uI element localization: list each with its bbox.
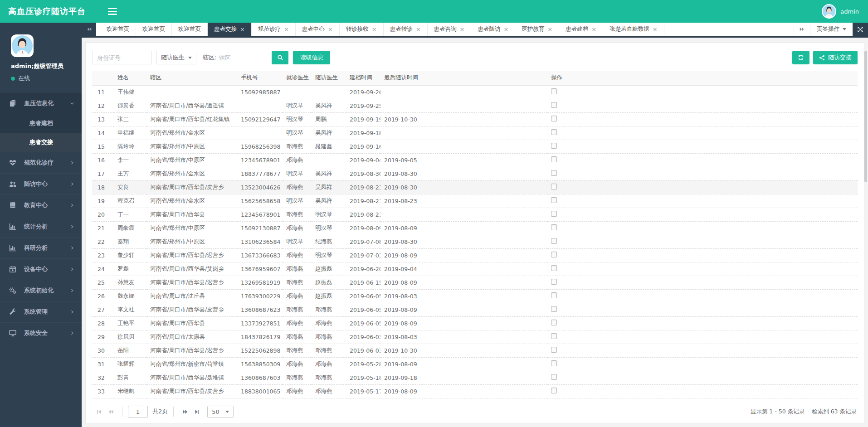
sidebar-item-随访中心[interactable]: 随访中心 (0, 174, 82, 194)
next-page-button[interactable] (179, 406, 191, 417)
row-checkbox[interactable] (551, 360, 557, 366)
cell-phone: 17639300229 (237, 289, 283, 303)
tabs-scroll-right-button[interactable] (794, 23, 810, 36)
cell-follow_doctor: 明汉琴 (312, 248, 346, 262)
cell-created: 2019-08-21 (346, 208, 380, 221)
refresh-button[interactable] (792, 51, 809, 64)
tab-患者交接-3[interactable]: 患者交接× (208, 23, 252, 36)
sidebar-subitem-患者建档[interactable]: 患者建档 (0, 114, 82, 133)
row-checkbox[interactable] (551, 252, 557, 257)
sidebar-item-科研分析[interactable]: 科研分析 (0, 238, 82, 258)
cell-last_visit: 2019-10-30 (380, 344, 547, 357)
tab-label: 欢迎首页 (178, 25, 201, 33)
tab-close-icon[interactable]: × (284, 26, 289, 32)
tab-close-icon[interactable]: × (653, 26, 658, 32)
tab-close-icon[interactable]: × (591, 26, 596, 32)
row-checkbox[interactable] (551, 347, 557, 353)
last-page-button[interactable] (191, 406, 203, 417)
tab-规范诊疗-4[interactable]: 规范诊疗× (252, 23, 296, 36)
tab-close-icon[interactable]: × (240, 26, 245, 32)
cell-operation (547, 126, 858, 140)
row-checkbox[interactable] (551, 279, 557, 285)
tab-欢迎首页-0[interactable]: 欢迎首页 (100, 23, 136, 36)
first-page-button[interactable] (93, 406, 105, 417)
follow-doctor-select[interactable]: 随访医生 (156, 51, 196, 64)
row-checkbox[interactable] (551, 197, 557, 203)
row-checkbox[interactable] (551, 238, 557, 244)
sidebar-user-block: admin;超级管理员 在线 (0, 23, 82, 87)
row-checkbox[interactable] (551, 102, 557, 108)
page-size-select[interactable]: 50 (207, 406, 234, 418)
row-checkbox[interactable] (551, 306, 557, 312)
row-checkbox[interactable] (551, 320, 557, 325)
tabs-scroll-left-button[interactable] (82, 23, 96, 36)
sidebar-item-系统安全[interactable]: 系统安全 (0, 323, 82, 344)
tab-close-icon[interactable]: × (416, 26, 421, 32)
tab-close-icon[interactable]: × (328, 26, 333, 32)
sidebar-toggle-icon[interactable] (108, 8, 117, 15)
cell-created: 2019-06-05 (346, 316, 380, 330)
search-button[interactable] (272, 51, 288, 64)
row-checkbox[interactable] (551, 129, 557, 135)
row-checkbox[interactable] (551, 374, 557, 380)
row-checkbox[interactable] (551, 333, 557, 339)
tab-患者转诊-7[interactable]: 患者转诊× (384, 23, 428, 36)
sidebar-item-label: 科研分析 (24, 244, 48, 252)
tab-close-icon[interactable]: × (460, 26, 465, 32)
page-size-value: 50 (212, 408, 219, 415)
row-checkbox[interactable] (551, 156, 557, 162)
cell-created: 2019-08-21 (346, 194, 380, 208)
row-checkbox[interactable] (551, 211, 557, 217)
region-input[interactable] (216, 51, 271, 64)
tab-张楚若血糖数据-12[interactable]: 张楚若血糖数据× (603, 23, 664, 36)
scrollbar-thumb[interactable] (864, 51, 867, 182)
tab-close-icon[interactable]: × (372, 26, 377, 32)
row-checkbox[interactable] (551, 116, 557, 121)
sidebar-subitem-患者交接[interactable]: 患者交接 (0, 133, 82, 152)
row-checkbox[interactable] (551, 184, 557, 189)
sidebar-item-血压信息化[interactable]: 血压信息化 (0, 93, 82, 114)
cell-name: 董少轩 (114, 248, 146, 262)
cell-num: 14 (92, 126, 114, 140)
topbar-user-menu[interactable]: admin (822, 4, 868, 19)
tab-患者随访-9[interactable]: 患者随访× (471, 23, 515, 36)
row-checkbox[interactable] (551, 265, 557, 271)
sidebar-item-系统初始化[interactable]: 系统初始化 (0, 280, 82, 301)
cell-num: 28 (92, 316, 114, 330)
sidebar-avatar[interactable] (11, 34, 34, 57)
column-header-最后随访时间: 最后随访时间 (380, 71, 547, 85)
sidebar-item-系统管理[interactable]: 系统管理 (0, 301, 82, 322)
tab-operations-dropdown[interactable]: 页签操作 (810, 23, 853, 36)
tab-close-icon[interactable]: × (547, 26, 552, 32)
sidebar-item-规范化诊疗[interactable]: 规范化诊疗 (0, 152, 82, 173)
row-checkbox[interactable] (551, 224, 557, 230)
tab-欢迎首页-2[interactable]: 欢迎首页 (172, 23, 208, 36)
id-card-input[interactable] (92, 51, 152, 64)
tab-欢迎首页-1[interactable]: 欢迎首页 (136, 23, 172, 36)
cell-region: 河南省/周口市/西华县/聂堆镇 (146, 371, 237, 384)
caret-down-icon (188, 57, 192, 59)
tab-患者建档-11[interactable]: 患者建档× (559, 23, 603, 36)
sidebar-item-设备中心[interactable]: 设备中心 (0, 259, 82, 280)
cell-region: 河南省/郑州市/新密市/苟堂镇 (146, 357, 237, 371)
fullscreen-button[interactable] (853, 23, 868, 36)
tab-医护教育-10[interactable]: 医护教育× (515, 23, 559, 36)
pagination-bar: 共2页 50 显示第 1 - 50 条记录 检索到 63 条记录 (86, 400, 864, 423)
sidebar-item-统计分析[interactable]: 统计分析 (0, 216, 82, 237)
table-row: 26魏永娜河南省/周口市/沈丘县17639300229邓海燕赵振磊2019-06… (92, 289, 858, 303)
tab-患者咨询-8[interactable]: 患者咨询× (428, 23, 472, 36)
sidebar-item-教育中心[interactable]: 教育中心 (0, 195, 82, 216)
follow-handover-button[interactable]: 随访交接 (813, 51, 858, 64)
row-checkbox[interactable] (551, 143, 557, 149)
row-checkbox[interactable] (551, 88, 557, 94)
row-checkbox[interactable] (551, 292, 557, 298)
tab-患者中心-5[interactable]: 患者中心× (296, 23, 340, 36)
row-checkbox[interactable] (551, 388, 557, 393)
sidebar-item-label: 系统初始化 (24, 286, 54, 295)
read-info-button[interactable]: 读取信息 (293, 51, 330, 64)
prev-page-button[interactable] (105, 406, 117, 417)
tab-转诊接收-6[interactable]: 转诊接收× (340, 23, 384, 36)
page-number-input[interactable] (128, 406, 148, 418)
row-checkbox[interactable] (551, 170, 557, 176)
tab-close-icon[interactable]: × (503, 26, 508, 32)
